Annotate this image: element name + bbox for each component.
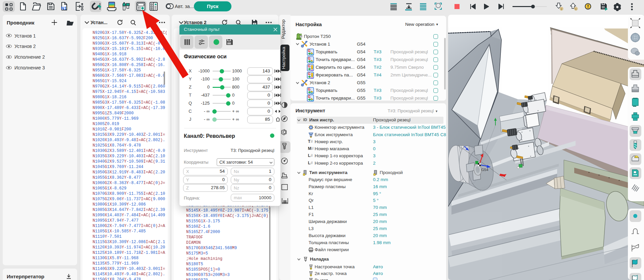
svg-text:!: ! (561, 8, 562, 11)
svg-text:G: G (308, 72, 311, 76)
svg-text:G: G (308, 57, 311, 60)
svg-text:!: ! (576, 8, 577, 11)
svg-text:G: G (308, 95, 311, 99)
svg-text:G: G (308, 49, 311, 53)
svg-text:N1: N1 (61, 6, 67, 11)
svg-text:G: G (308, 88, 311, 91)
svg-text:G: G (308, 64, 311, 68)
